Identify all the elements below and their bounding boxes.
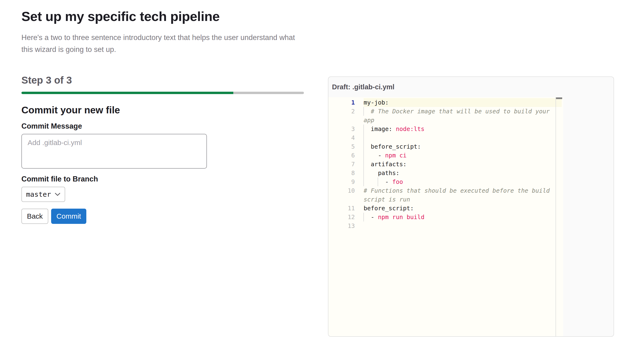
code-token: - xyxy=(364,214,378,221)
line-number: 12 xyxy=(328,213,355,222)
code-token: artifacts: xyxy=(364,161,407,168)
code-row[interactable]: 4 xyxy=(328,133,563,142)
intro-line-2: this wizard is going to set up. xyxy=(22,44,326,56)
code-token: before_script: xyxy=(364,143,421,150)
step-heading: Step 3 of 3 xyxy=(22,75,326,86)
code-line-text xyxy=(364,222,562,230)
indent-guide xyxy=(364,151,364,160)
code-line-text: - foo xyxy=(364,177,562,186)
line-number: 6 xyxy=(328,151,355,160)
code-row[interactable]: app xyxy=(328,116,563,125)
code-line-text: before_script: xyxy=(364,204,562,213)
draft-file-panel: Draft: .gitlab-ci.yml 1my-job:2 # The Do… xyxy=(328,76,614,337)
code-token: paths: xyxy=(364,169,400,176)
branch-select-value: master xyxy=(26,190,51,198)
code-row[interactable]: 2 # The Docker image that will be used t… xyxy=(328,107,563,116)
line-number: 3 xyxy=(328,125,355,133)
code-row[interactable]: 7 artifacts: xyxy=(328,160,563,169)
indent-guide xyxy=(364,160,364,169)
code-lines: 1my-job:2 # The Docker image that will b… xyxy=(328,97,563,230)
indent-guide xyxy=(364,107,364,116)
code-row[interactable]: 3 image: node:lts xyxy=(328,125,563,133)
intro-line-1: Here's a two to three sentence introduct… xyxy=(22,32,326,44)
code-line-text: app xyxy=(364,116,562,125)
code-token: my-job: xyxy=(364,99,388,106)
indent-guide xyxy=(364,125,364,133)
code-token: foo xyxy=(392,178,403,185)
wizard-actions: Back Commit xyxy=(22,209,326,224)
code-row[interactable]: 8 paths: xyxy=(328,169,563,177)
line-number: 8 xyxy=(328,169,355,177)
code-token: script is run xyxy=(364,196,410,203)
progress-fill xyxy=(22,92,233,94)
code-row[interactable]: 1my-job: xyxy=(328,98,563,107)
indent-guide xyxy=(364,169,364,177)
code-line-text: - npm ci xyxy=(364,151,562,160)
code-token: npm run build xyxy=(378,214,424,221)
code-row[interactable]: 12 - npm run build xyxy=(328,213,563,222)
line-number: 10 xyxy=(328,186,355,195)
branch-label: Commit file to Branch xyxy=(22,175,326,184)
indent-guide xyxy=(364,213,364,222)
line-number: 2 xyxy=(328,107,355,116)
line-number: 5 xyxy=(328,142,355,151)
editor-scroll-divider xyxy=(556,97,556,336)
branch-select[interactable]: master xyxy=(22,187,65,202)
code-row[interactable]: 11before_script: xyxy=(328,204,563,213)
code-row[interactable]: 10# Functions that should be executed be… xyxy=(328,186,563,195)
code-line-text: image: node:lts xyxy=(364,125,562,133)
code-row[interactable]: 5 before_script: xyxy=(328,142,563,151)
indent-guide xyxy=(364,142,364,151)
code-line-text: script is run xyxy=(364,195,562,204)
code-line-text: - npm run build xyxy=(364,213,562,222)
code-line-text: before_script: xyxy=(364,142,562,151)
code-row[interactable]: 6 - npm ci xyxy=(328,151,563,160)
page-title: Set up my specific tech pipeline xyxy=(22,9,326,24)
line-number xyxy=(328,116,355,125)
commit-message-input[interactable] xyxy=(22,134,207,169)
indent-guide xyxy=(364,177,364,186)
code-token: before_script: xyxy=(364,205,414,212)
commit-message-label: Commit Message xyxy=(22,122,326,130)
intro-text: Here's a two to three sentence introduct… xyxy=(22,32,326,56)
progress-bar xyxy=(22,92,304,94)
code-row[interactable]: script is run xyxy=(328,195,563,204)
code-editor[interactable]: 1my-job:2 # The Docker image that will b… xyxy=(328,97,563,336)
code-token: image: xyxy=(364,125,396,132)
wizard-column: Set up my specific tech pipeline Here's … xyxy=(22,9,326,224)
line-number: 9 xyxy=(328,177,355,186)
code-line-text: paths: xyxy=(364,169,562,177)
editor-scrollbar-thumb[interactable] xyxy=(556,97,562,99)
back-button[interactable]: Back xyxy=(22,209,48,224)
line-number: 13 xyxy=(328,222,355,230)
section-heading: Commit your new file xyxy=(22,105,326,116)
line-number: 1 xyxy=(328,98,355,107)
code-token: # The Docker image that will be used to … xyxy=(364,108,550,115)
chevron-down-icon xyxy=(55,193,60,196)
code-line-text: my-job: xyxy=(364,98,562,107)
code-line-text: artifacts: xyxy=(364,160,562,169)
code-row[interactable]: 13 xyxy=(328,222,563,230)
code-line-text: # The Docker image that will be used to … xyxy=(364,107,562,116)
code-row[interactable]: 9 - foo xyxy=(328,177,563,186)
indent-guide xyxy=(378,177,378,186)
line-number: 7 xyxy=(328,160,355,169)
line-number: 11 xyxy=(328,204,355,213)
code-token: npm ci xyxy=(385,152,406,159)
code-token: app xyxy=(364,117,374,124)
line-number xyxy=(328,195,355,204)
code-token: - xyxy=(364,152,385,159)
line-number: 4 xyxy=(328,133,355,142)
commit-button[interactable]: Commit xyxy=(51,209,86,224)
draft-file-title: Draft: .gitlab-ci.yml xyxy=(328,77,614,91)
page: { "page": { "title": "Set up my specific… xyxy=(0,0,644,362)
indent-guide xyxy=(364,133,364,142)
code-token: node:lts xyxy=(396,125,424,132)
code-line-text: # Functions that should be executed befo… xyxy=(364,186,562,195)
code-line-text xyxy=(364,133,562,142)
code-token: # Functions that should be executed befo… xyxy=(364,187,550,194)
